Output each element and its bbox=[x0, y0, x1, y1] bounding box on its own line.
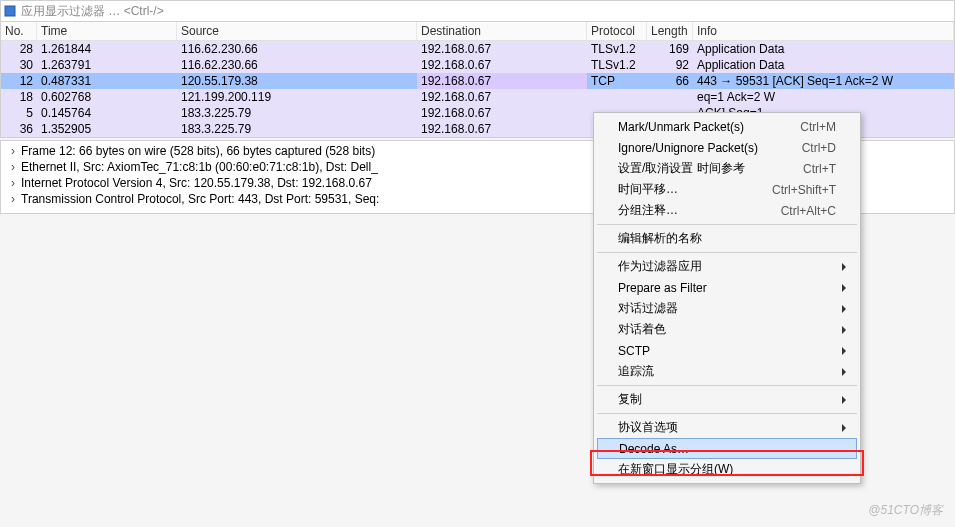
cell-src: 120.55.179.38 bbox=[177, 73, 417, 89]
menu-item-label: 设置/取消设置 时间参考 bbox=[618, 160, 803, 177]
menu-item-label: 对话着色 bbox=[618, 321, 836, 338]
col-info[interactable]: Info bbox=[693, 22, 954, 40]
cell-prot: TCP bbox=[587, 73, 647, 89]
menu-item-label: 编辑解析的名称 bbox=[618, 230, 836, 247]
menu-item-label: Ignore/Unignore Packet(s) bbox=[618, 141, 802, 155]
cell-time: 0.145764 bbox=[37, 105, 177, 121]
cell-info: Application Data bbox=[693, 41, 954, 57]
cell-prot bbox=[587, 89, 647, 105]
cell-dst: 192.168.0.67 bbox=[417, 73, 587, 89]
cell-no: 28 bbox=[1, 41, 37, 57]
svg-rect-0 bbox=[5, 6, 15, 16]
menu-item[interactable]: 复制 bbox=[596, 389, 858, 410]
menu-item[interactable]: Decode As… bbox=[597, 438, 857, 459]
cell-dst: 192.168.0.67 bbox=[417, 89, 587, 105]
cell-info: 443 → 59531 [ACK] Seq=1 Ack=2 W bbox=[693, 73, 954, 89]
menu-item-label: 协议首选项 bbox=[618, 419, 836, 436]
col-destination[interactable]: Destination bbox=[417, 22, 587, 40]
packet-row[interactable]: 120.487331120.55.179.38192.168.0.67TCP66… bbox=[1, 73, 954, 89]
cell-no: 12 bbox=[1, 73, 37, 89]
menu-separator bbox=[597, 224, 857, 225]
display-filter-placeholder: 应用显示过滤器 … <Ctrl-/> bbox=[21, 3, 164, 20]
cell-len: 169 bbox=[647, 41, 693, 57]
menu-separator bbox=[597, 252, 857, 253]
cell-no: 18 bbox=[1, 89, 37, 105]
menu-item-shortcut: Ctrl+M bbox=[800, 120, 836, 134]
menu-item-shortcut: Ctrl+T bbox=[803, 162, 836, 176]
menu-item-shortcut: Ctrl+Alt+C bbox=[781, 204, 836, 218]
col-time[interactable]: Time bbox=[37, 22, 177, 40]
cell-len: 66 bbox=[647, 73, 693, 89]
display-filter-bar[interactable]: 应用显示过滤器 … <Ctrl-/> bbox=[0, 0, 955, 22]
menu-item-label: 分组注释… bbox=[618, 202, 781, 219]
bookmark-icon bbox=[3, 4, 17, 18]
cell-src: 116.62.230.66 bbox=[177, 57, 417, 73]
menu-item[interactable]: 分组注释…Ctrl+Alt+C bbox=[596, 200, 858, 221]
cell-time: 0.487331 bbox=[37, 73, 177, 89]
cell-dst: 192.168.0.67 bbox=[417, 41, 587, 57]
menu-item-label: 作为过滤器应用 bbox=[618, 258, 836, 275]
cell-time: 0.602768 bbox=[37, 89, 177, 105]
cell-src: 121.199.200.119 bbox=[177, 89, 417, 105]
menu-item[interactable]: 作为过滤器应用 bbox=[596, 256, 858, 277]
menu-item-label: 复制 bbox=[618, 391, 836, 408]
packet-context-menu[interactable]: Mark/Unmark Packet(s)Ctrl+MIgnore/Unigno… bbox=[593, 112, 861, 484]
cell-src: 116.62.230.66 bbox=[177, 41, 417, 57]
packet-row[interactable]: 281.261844116.62.230.66192.168.0.67TLSv1… bbox=[1, 41, 954, 57]
cell-no: 5 bbox=[1, 105, 37, 121]
menu-item-label: Decode As… bbox=[619, 442, 835, 456]
cell-no: 30 bbox=[1, 57, 37, 73]
menu-item[interactable]: Mark/Unmark Packet(s)Ctrl+M bbox=[596, 116, 858, 137]
menu-item-label: 时间平移… bbox=[618, 181, 772, 198]
cell-info: eq=1 Ack=2 W bbox=[693, 89, 954, 105]
cell-time: 1.261844 bbox=[37, 41, 177, 57]
col-source[interactable]: Source bbox=[177, 22, 417, 40]
cell-info: Application Data bbox=[693, 57, 954, 73]
menu-item-label: 在新窗口显示分组(W) bbox=[618, 461, 836, 478]
packet-row[interactable]: 301.263791116.62.230.66192.168.0.67TLSv1… bbox=[1, 57, 954, 73]
cell-time: 1.263791 bbox=[37, 57, 177, 73]
menu-item[interactable]: 协议首选项 bbox=[596, 417, 858, 438]
cell-len: 92 bbox=[647, 57, 693, 73]
cell-time: 1.352905 bbox=[37, 121, 177, 137]
cell-len bbox=[647, 89, 693, 105]
packet-list-header: No. Time Source Destination Protocol Len… bbox=[1, 22, 954, 41]
menu-separator bbox=[597, 385, 857, 386]
col-length[interactable]: Length bbox=[647, 22, 693, 40]
cell-prot: TLSv1.2 bbox=[587, 57, 647, 73]
cell-dst: 192.168.0.67 bbox=[417, 57, 587, 73]
cell-dst: 192.168.0.67 bbox=[417, 121, 587, 137]
col-protocol[interactable]: Protocol bbox=[587, 22, 647, 40]
menu-item[interactable]: 编辑解析的名称 bbox=[596, 228, 858, 249]
cell-src: 183.3.225.79 bbox=[177, 121, 417, 137]
cell-prot: TLSv1.2 bbox=[587, 41, 647, 57]
cell-dst: 192.168.0.67 bbox=[417, 105, 587, 121]
menu-item-label: Mark/Unmark Packet(s) bbox=[618, 120, 800, 134]
menu-item-label: SCTP bbox=[618, 344, 836, 358]
watermark: @51CTO博客 bbox=[868, 502, 943, 519]
menu-item-label: Prepare as Filter bbox=[618, 281, 836, 295]
menu-item-shortcut: Ctrl+D bbox=[802, 141, 836, 155]
menu-item[interactable]: 时间平移…Ctrl+Shift+T bbox=[596, 179, 858, 200]
cell-src: 183.3.225.79 bbox=[177, 105, 417, 121]
menu-item[interactable]: 对话着色 bbox=[596, 319, 858, 340]
cell-no: 36 bbox=[1, 121, 37, 137]
menu-item[interactable]: 设置/取消设置 时间参考Ctrl+T bbox=[596, 158, 858, 179]
menu-item[interactable]: Prepare as Filter bbox=[596, 277, 858, 298]
menu-item[interactable]: Ignore/Unignore Packet(s)Ctrl+D bbox=[596, 137, 858, 158]
menu-item[interactable]: 追踪流 bbox=[596, 361, 858, 382]
col-no[interactable]: No. bbox=[1, 22, 37, 40]
menu-item[interactable]: 对话过滤器 bbox=[596, 298, 858, 319]
menu-item[interactable]: SCTP bbox=[596, 340, 858, 361]
menu-item[interactable]: 在新窗口显示分组(W) bbox=[596, 459, 858, 480]
menu-item-label: 对话过滤器 bbox=[618, 300, 836, 317]
packet-row[interactable]: 180.602768121.199.200.119192.168.0.67eq=… bbox=[1, 89, 954, 105]
menu-item-label: 追踪流 bbox=[618, 363, 836, 380]
menu-separator bbox=[597, 413, 857, 414]
menu-item-shortcut: Ctrl+Shift+T bbox=[772, 183, 836, 197]
